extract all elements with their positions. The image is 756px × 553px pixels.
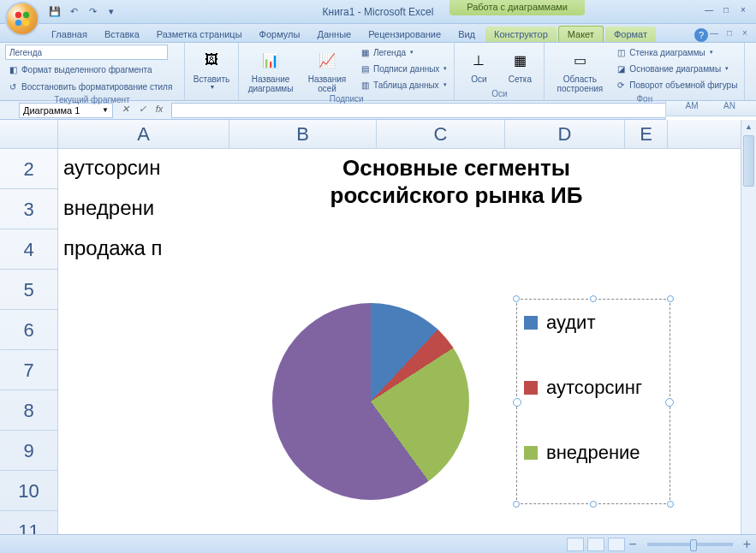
rotation-button[interactable]: ⟳Поворот объемной фигуры [613,77,739,92]
zoom-slider[interactable] [647,543,733,546]
page-layout-view-button[interactable] [587,538,604,551]
zoom-out-icon[interactable]: − [628,537,636,552]
cell-grid[interactable]: аутсорсин внедрени продажа п Основные се… [58,149,741,551]
plot-area-button[interactable]: ▭ Область построения [550,45,610,93]
axes-button[interactable]: ⊥ Оси [460,45,497,84]
col-header-e[interactable]: E [625,120,668,148]
wb-restore-icon[interactable]: □ [723,28,735,39]
save-icon[interactable]: 💾 [48,5,62,19]
undo-icon[interactable]: ↶ [67,5,80,19]
tab-page-layout[interactable]: Разметка страницы [148,27,251,42]
chart-wall-button[interactable]: ◫Стенка диаграммы▾ [613,45,739,60]
chart-element-selector[interactable] [5,45,168,60]
reset-style-button[interactable]: ↺Восстановить форматирование стиля [5,79,174,94]
legend-item[interactable]: внедрение [524,442,663,464]
format-selection-icon: ◧ [7,63,19,75]
row-header[interactable]: 9 [0,431,58,471]
axis-titles-button[interactable]: 📈 Названия осей [301,45,354,93]
zoom-in-icon[interactable]: + [743,537,751,552]
ribbon: ◧Формат выделенного фрагмента ↺Восстанов… [0,43,756,101]
svg-point-0 [15,12,21,18]
wb-close-icon[interactable]: × [739,28,751,39]
chart-title-button[interactable]: 📊 Название диаграммы [244,45,297,93]
normal-view-button[interactable] [567,538,584,551]
col-header-d[interactable]: D [505,120,625,148]
resize-handle[interactable] [513,295,520,302]
row-header[interactable]: 4 [0,229,58,270]
legend-item[interactable]: аутсорсинг [524,377,663,399]
cell-a2[interactable]: аутсорсин [63,156,160,180]
help-icon[interactable]: ? [694,28,708,42]
vertical-scrollbar[interactable]: ▲ ▼ [741,120,756,551]
cell-a3[interactable]: внедрени [63,196,154,220]
tab-review[interactable]: Рецензирование [360,27,449,42]
row-header[interactable]: 7 [0,350,58,390]
chart-title-icon: 📊 [257,46,284,74]
data-labels-icon: ▤ [359,62,371,74]
embedded-chart[interactable]: Основные сегменты российского рынка ИБ а… [225,149,688,551]
scroll-up-icon[interactable]: ▲ [741,120,756,134]
tab-chart-layout[interactable]: Макет [558,26,604,42]
pie-plot-area[interactable] [272,303,469,500]
format-selection-button[interactable]: ◧Формат выделенного фрагмента [5,62,154,77]
group-label-labels: Подписи [244,93,449,105]
tab-chart-design[interactable]: Конструктор [485,27,557,42]
col-header-c[interactable]: C [377,120,505,148]
title-bar: 💾 ↶ ↷ ▾ Книга1 - Microsoft Excel Работа … [0,0,756,24]
resize-handle[interactable] [667,501,674,508]
maximize-icon[interactable]: □ [718,5,734,17]
plot-area-icon: ▭ [566,46,593,74]
axes-icon: ⊥ [465,46,492,74]
wb-minimize-icon[interactable]: — [708,28,720,39]
close-icon[interactable]: × [735,5,751,17]
row-header[interactable]: 2 [0,149,58,189]
group-label-axes: Оси [460,88,539,100]
tab-chart-format[interactable]: Формат [605,27,656,42]
chart-tools-title: Работа с диаграммами [449,0,585,15]
chart-legend[interactable]: аудит аутсорсинг внедрение [516,299,670,504]
resize-handle[interactable] [590,295,597,302]
tab-data[interactable]: Данные [308,27,360,42]
redo-icon[interactable]: ↷ [86,5,99,19]
tab-home[interactable]: Главная [43,27,96,42]
row-header[interactable]: 3 [0,189,58,229]
tab-insert[interactable]: Вставка [96,27,148,42]
col-header-b[interactable]: B [229,120,377,148]
rotation-icon: ⟳ [615,79,627,91]
svg-point-3 [23,20,29,26]
office-button[interactable] [5,2,39,36]
pie-chart [272,303,469,500]
quick-access-toolbar: 💾 ↶ ↷ ▾ [48,5,118,19]
row-header[interactable]: 10 [0,471,58,511]
resize-handle[interactable] [667,295,674,302]
chart-floor-button[interactable]: ◪Основание диаграммы▾ [613,61,739,76]
row-header[interactable]: 5 [0,270,58,310]
insert-button[interactable]: 🖼 Вставить ▼ [190,45,233,90]
tab-view[interactable]: Вид [449,27,484,42]
minimize-icon[interactable]: — [701,5,717,17]
ribbon-group-insert: 🖼 Вставить ▼ [185,43,239,100]
qat-dropdown-icon[interactable]: ▾ [104,5,118,19]
row-header[interactable]: 8 [0,390,58,431]
scroll-thumb[interactable] [743,135,754,187]
picture-icon: 🖼 [198,46,225,74]
select-all-corner[interactable] [0,120,58,149]
data-table-button[interactable]: ▥Таблица данных▾ [357,77,449,92]
row-header[interactable]: 6 [0,310,58,350]
chart-title[interactable]: Основные сегменты российского рынка ИБ [225,154,688,209]
legend-item[interactable]: аудит [524,312,663,334]
legend-button[interactable]: ▦Легенда▾ [357,45,449,60]
ribbon-group-background: ▭ Область построения ◫Стенка диаграммы▾ … [545,43,745,100]
gridlines-button[interactable]: ▦ Сетка [501,45,539,84]
legend-swatch [524,446,538,460]
data-labels-button[interactable]: ▤Подписи данных▾ [357,61,449,76]
cell-a4[interactable]: продажа п [63,236,163,260]
col-header-a[interactable]: A [58,120,229,148]
resize-handle[interactable] [590,501,597,508]
resize-handle[interactable] [513,501,520,508]
legend-swatch [524,381,538,395]
page-break-view-button[interactable] [608,538,625,551]
svg-point-2 [15,20,21,26]
ribbon-group-selection: ◧Формат выделенного фрагмента ↺Восстанов… [0,43,185,100]
tab-formulas[interactable]: Формулы [251,27,309,42]
